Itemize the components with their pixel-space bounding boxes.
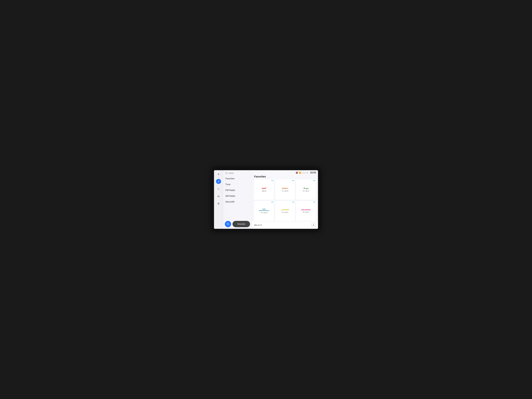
nav-panel: Radio Favorites Tune FM Radio › AM Radio: [223, 170, 252, 229]
phone-icon[interactable]: [216, 186, 221, 191]
nav-item-fm-radio[interactable]: FM Radio ›: [223, 187, 252, 193]
sxm-badge: SXM: [313, 202, 315, 203]
infotainment-screen: Radio Favorites Tune FM Radio › AM Radio: [214, 170, 318, 229]
sxm-badge: SXM: [292, 180, 294, 181]
nav-item-tune[interactable]: Tune: [223, 182, 252, 187]
navigation-icon[interactable]: [216, 171, 221, 177]
car-bezel: Radio Favorites Tune FM Radio › AM Radio: [212, 168, 320, 231]
music-icon[interactable]: [216, 179, 221, 184]
station-status: No signal: [303, 211, 309, 213]
station-frequency: 101.9: [262, 190, 266, 192]
fav-card-lithium[interactable]: SXM LITHIUM No signal: [275, 201, 295, 221]
top-bar: 🔇 📶 ((·)) ✱ 10:01: [252, 170, 318, 175]
car-icon[interactable]: [216, 194, 221, 199]
sxm-badge: SXM: [271, 202, 273, 203]
main-content: 🔇 📶 ((·)) ✱ 10:01 Favorites SXM: [252, 170, 318, 229]
bluetooth-icon: ✱: [306, 172, 308, 174]
station-status: No signal: [282, 211, 288, 213]
fav-card-spa[interactable]: SXM ♻ spa No signal: [296, 179, 316, 200]
station-logo: ♻ spa: [304, 188, 309, 189]
sidebar: [214, 170, 223, 229]
sources-button[interactable]: Sources: [233, 221, 250, 227]
nav-item-siriusxm[interactable]: SiriusXM ›: [223, 199, 252, 205]
nav-item-am-radio[interactable]: AM Radio ›: [223, 193, 252, 199]
pause-button[interactable]: [311, 223, 316, 228]
signal-off-icon: 📶: [299, 172, 301, 174]
settings-icon[interactable]: [216, 201, 221, 206]
nav-bottom: Sources: [223, 219, 252, 229]
fav-card-aguila[interactable]: SXM AGUILA No signal: [275, 179, 295, 200]
station-status: No signal: [303, 190, 309, 192]
fav-card-y2k[interactable]: SXM Y2KCOUNTRY No signal: [296, 201, 316, 221]
nav-items: Favorites Tune FM Radio › AM Radio › Sir: [223, 175, 252, 219]
status-icons: 🔇 📶 ((·)) ✱: [296, 172, 308, 174]
station-logo: Y2KCOUNTRY: [301, 209, 311, 211]
sxm-badge: SXM: [313, 180, 315, 181]
mute-icon: 🔇: [296, 172, 298, 174]
nav-header: Radio: [223, 170, 252, 175]
now-playing-bar: 90s on 9: [252, 221, 318, 229]
favorites-title: Favorites: [254, 175, 316, 178]
nav-header-title: Radio: [228, 172, 234, 174]
chevron-icon: ›: [249, 189, 249, 191]
wifi-icon: ((·)): [302, 172, 305, 174]
nav-item-favorites[interactable]: Favorites: [223, 176, 252, 182]
station-logo: AGUILA: [282, 188, 288, 189]
now-playing-title: 90s on 9: [254, 224, 262, 226]
search-button[interactable]: [225, 221, 231, 227]
station-status: No signal: [261, 212, 267, 214]
chevron-icon: ›: [249, 201, 249, 203]
station-logo: la1019: [262, 187, 266, 189]
chevron-icon: ›: [249, 195, 249, 197]
favorites-grid: SXM la1019 101.9 SXM AGUILA No signal: [254, 179, 316, 221]
station-status: No signal: [282, 190, 288, 192]
sxm-badge: SXM: [271, 180, 273, 181]
fav-card-margaritaville[interactable]: SXM RadioMARGARITAVILLE No signal: [254, 201, 274, 221]
clock: 10:01: [310, 171, 316, 174]
fav-card-la101[interactable]: SXM la1019 101.9: [254, 179, 274, 200]
station-logo: RadioMARGARITAVILLE: [259, 209, 269, 211]
station-logo: LITHIUM: [281, 209, 289, 211]
favorites-section: Favorites SXM la1019 101.9 SXM: [252, 175, 318, 221]
sxm-badge: SXM: [292, 202, 294, 203]
